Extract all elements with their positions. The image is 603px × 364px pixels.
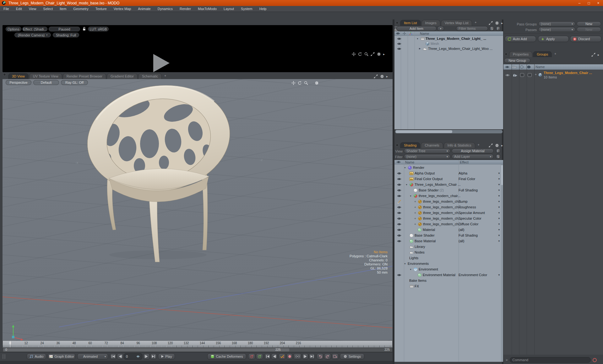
menu-maxtomodo[interactable]: MaxToModo [194,6,220,12]
visibility-eye-icon[interactable] [397,222,401,226]
visibility-eye-icon[interactable] [397,42,401,46]
add-item-button[interactable]: Add Item [396,26,437,31]
visibility-eye-icon[interactable] [397,194,401,198]
add-item-dropdown[interactable]: ▾ [437,26,444,31]
menu-texture[interactable]: Texture [92,6,110,12]
visibility-eye-icon[interactable] [505,73,510,77]
command-input[interactable] [510,357,591,363]
timeline-range-thumb[interactable] [3,348,289,351]
shader-row[interactable]: Base ShaderFull Shading▼ [394,233,503,238]
preview-play-icon[interactable] [153,53,170,73]
go-start-button[interactable] [110,353,117,360]
chevron-down-icon[interactable]: ▼ [498,206,500,209]
panel-dot-icon[interactable] [3,73,6,76]
shader-row[interactable]: Bake Items [394,278,503,283]
item-list-tab-vertex-map-list[interactable]: Vertex Map List [441,20,472,26]
shading-tab-channels[interactable]: Channels [421,142,443,148]
shader-row[interactable]: ▼Three_Legs_Modern_Chair ...▼ [394,182,503,187]
shading-tab-shading[interactable]: Shading [400,142,420,148]
maximize-panel-icon[interactable] [591,53,595,57]
shading-f-button[interactable]: F [496,148,501,153]
maximize-panel-icon[interactable] [371,52,375,56]
chevron-down-icon[interactable]: ▼ [498,183,500,186]
shader-row[interactable]: ▼Environments [394,261,503,266]
panel-arrow-icon[interactable]: ▸ [383,52,385,56]
panel-arrow-icon[interactable]: ▸ [501,144,503,147]
groups-tab-groups[interactable]: Groups [533,51,552,57]
redo-key-button[interactable] [324,353,331,360]
plus-icon[interactable]: + [414,206,417,209]
paintbrush-icon[interactable] [397,200,401,204]
viewport-tab-gradient-editor[interactable]: Gradient Editor [107,73,138,79]
chevron-down-icon[interactable]: ▼ [498,223,500,226]
visibility-eye-icon[interactable] [397,47,401,51]
assign-material-button[interactable]: Assign Material [452,148,494,153]
pan-icon[interactable] [291,81,296,85]
shader-row[interactable]: +three_legs_modern_ch...Specular Color▼ [394,216,503,221]
shader-row[interactable]: Material(all)▼ [394,227,503,233]
cache-deformers-button[interactable]: Cache Deformers [207,353,246,360]
maximize-panel-icon[interactable] [374,74,378,78]
chevron-down-icon[interactable]: ▼ [498,234,500,237]
preview-options-button[interactable]: Options [6,27,21,31]
shader-row[interactable]: Base Material(all)▼ [394,238,503,244]
viewport-tab-3d-view[interactable]: 3D View [8,73,29,79]
frame-spinner-icon[interactable] [136,355,140,358]
visibility-eye-icon[interactable] [397,273,401,277]
maximize-button[interactable]: □ [584,0,594,6]
play-button[interactable]: Play [158,353,175,360]
raygl-button[interactable]: Ray GL: Off [61,80,88,85]
shader-row[interactable]: Final Color OutputFinal Color▼ [394,176,503,182]
shader-row[interactable]: Library [394,244,503,249]
shader-row[interactable]: Base Shader(2)Full Shading▼ [394,187,503,193]
visibility-eye-icon[interactable] [397,183,401,187]
filter-f-button[interactable]: F [496,26,501,31]
timeline-ruler[interactable]: 0122436486072849610812013214415616818019… [3,340,393,348]
menu-system[interactable]: System [237,6,256,12]
visibility-eye-icon[interactable] [397,239,401,243]
visibility-eye-icon[interactable] [397,177,401,181]
menu-animate[interactable]: Animate [134,6,154,12]
gear-icon[interactable] [495,143,499,147]
rotate-icon[interactable] [298,81,302,85]
timeline-range-bar[interactable]: 0 225 225 [3,348,393,352]
shader-row[interactable]: +three_legs_modern_ch...Diffuse Color▼ [394,221,503,227]
shader-row[interactable]: Lights [394,255,503,261]
groups-tab--[interactable]: + [552,51,556,57]
apply-button[interactable]: Apply [538,36,569,42]
rotate-icon[interactable] [358,52,362,56]
settings-button[interactable]: Settings [340,353,364,360]
chevron-down-icon[interactable]: ▼ [498,172,500,175]
expander-icon[interactable]: ▼ [410,268,412,270]
anim-mode-dropdown[interactable]: Animated ▾ [77,353,108,360]
shading-s-button[interactable]: S [496,154,501,159]
chevron-down-icon[interactable]: ▼ [498,228,500,231]
panel-arrow-icon[interactable]: ▸ [598,53,599,56]
keyframe-button[interactable] [293,353,302,360]
shader-row[interactable]: Environment MaterialEnvironment Color▼ [394,272,503,278]
maximize-panel-icon[interactable] [489,21,493,25]
preview-paused-button[interactable]: Paused [49,27,80,31]
shading-tab-info-statistics[interactable]: Info & Statistics [444,142,475,148]
item-list-tab--[interactable]: + [473,20,476,26]
zoom-icon[interactable] [364,52,368,56]
shader-row[interactable]: ▼Render [394,165,503,170]
visibility-eye-icon[interactable] [397,233,401,238]
chevron-down-icon[interactable]: ▼ [498,200,500,203]
key-prev2-button[interactable] [271,353,277,360]
menu-geometry[interactable]: Geometry [70,6,92,12]
gear-icon[interactable] [380,74,384,78]
anim-clock-red-button[interactable] [248,353,255,360]
filter-items-input[interactable] [456,26,488,31]
shader-row[interactable]: FX [394,283,503,289]
viewport-3d[interactable]: -x -z [3,79,393,340]
expander-icon[interactable]: ▶ [419,47,422,50]
pan-icon[interactable] [352,52,356,56]
plus-icon[interactable]: + [414,217,417,220]
shader-row[interactable]: +three_legs_modern_ch...Bump▼ [394,199,503,204]
menu-render[interactable]: Render [176,6,194,12]
discard-button[interactable]: Discard [570,36,601,42]
gear-icon[interactable] [315,81,319,85]
auto-add-button[interactable]: Auto Add [505,36,536,42]
passes-new-button[interactable]: New [577,27,601,32]
